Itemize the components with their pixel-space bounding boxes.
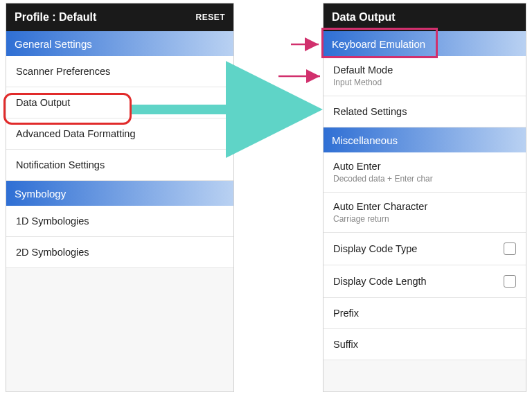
- section-symbology: Symbology: [6, 181, 233, 206]
- item-label: Suffix: [333, 339, 358, 350]
- data-output-screen: Data Output Keyboard Emulation Default M…: [323, 3, 526, 392]
- item-auto-enter-character[interactable]: Auto Enter Character Carriage return: [323, 193, 526, 233]
- item-title: Default Mode: [333, 64, 393, 76]
- item-auto-enter[interactable]: Auto Enter Decoded data + Enter char: [323, 152, 526, 193]
- profile-title: Profile : Default: [15, 11, 96, 24]
- section-keyboard-emulation: Keyboard Emulation: [323, 31, 526, 56]
- item-title: Auto Enter: [333, 161, 381, 172]
- callout-arrow-top-icon: [290, 37, 324, 51]
- item-label: Related Settings: [333, 106, 407, 117]
- item-subtitle: Decoded data + Enter char: [333, 174, 433, 184]
- item-2d-symbologies[interactable]: 2D Symbologies: [6, 237, 233, 268]
- item-label: Display Code Length: [333, 276, 427, 287]
- item-label: Data Output: [16, 97, 70, 108]
- data-output-title: Data Output: [332, 11, 396, 24]
- item-label: Display Code Type: [333, 243, 417, 254]
- item-label: 2D Symbologies: [16, 247, 89, 258]
- profile-header: Profile : Default RESET: [6, 3, 233, 31]
- item-advanced-data-formatting[interactable]: Advanced Data Formatting: [6, 118, 233, 150]
- item-suffix[interactable]: Suffix: [323, 329, 526, 360]
- item-1d-symbologies[interactable]: 1D Symbologies: [6, 206, 233, 237]
- item-label: Prefix: [333, 308, 359, 319]
- item-label: 1D Symbologies: [16, 215, 89, 227]
- data-output-header: Data Output: [323, 3, 526, 31]
- item-scanner-preferences[interactable]: Scanner Preferences: [6, 56, 233, 87]
- item-subtitle: Input Method: [333, 78, 382, 87]
- section-general-settings: General Settings: [6, 31, 233, 56]
- callout-arrow-mid-icon: [277, 69, 326, 83]
- item-default-mode[interactable]: Default Mode Input Method: [323, 56, 526, 96]
- item-display-code-length[interactable]: Display Code Length: [323, 265, 526, 298]
- item-title: Auto Enter Character: [333, 201, 427, 212]
- profile-screen: Profile : Default RESET General Settings…: [6, 3, 234, 392]
- reset-button[interactable]: RESET: [195, 12, 225, 22]
- item-notification-settings[interactable]: Notification Settings: [6, 150, 233, 181]
- item-subtitle: Carriage return: [333, 214, 389, 224]
- item-display-code-type[interactable]: Display Code Type: [323, 233, 526, 265]
- checkbox-display-code-type[interactable]: [504, 242, 516, 255]
- item-data-output[interactable]: Data Output: [6, 87, 233, 118]
- item-related-settings[interactable]: Related Settings: [323, 96, 526, 127]
- item-label: Scanner Preferences: [16, 66, 110, 77]
- item-prefix[interactable]: Prefix: [323, 298, 526, 329]
- item-label: Notification Settings: [16, 159, 105, 170]
- section-miscellaneous: Miscellaneous: [323, 127, 526, 152]
- checkbox-display-code-length[interactable]: [504, 275, 516, 288]
- item-label: Advanced Data Formatting: [16, 128, 135, 139]
